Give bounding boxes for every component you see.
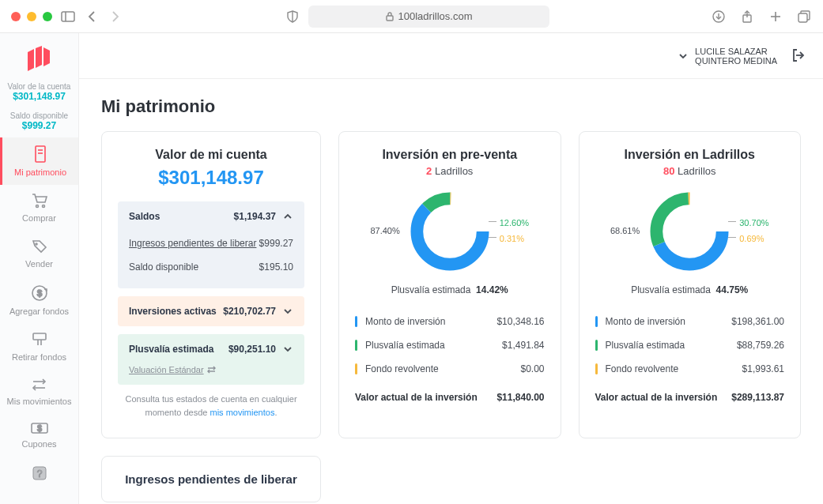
- refresh-icon[interactable]: [532, 9, 543, 23]
- page-title: Mi patrimonio: [101, 96, 801, 117]
- svg-rect-22: [33, 333, 46, 340]
- window-controls: [11, 12, 52, 21]
- svg-rect-14: [36, 146, 45, 162]
- svg-point-18: [42, 205, 44, 208]
- movements-link[interactable]: mis movimientos: [210, 408, 274, 417]
- nav-retirar-fondos[interactable]: Retirar fondos: [0, 324, 78, 370]
- sidebar: Valor de la cuenta $301,148.97 Saldo dis…: [0, 33, 79, 504]
- preventa-card: Inversión en pre-venta 2 Ladrillos 87.40…: [338, 131, 561, 438]
- svg-point-17: [36, 205, 38, 208]
- lock-icon: [386, 12, 394, 21]
- topbar: LUCILE SALAZAR QUINTERO MEDINA: [79, 33, 823, 79]
- svg-marker-11: [28, 49, 34, 71]
- svg-rect-0: [62, 12, 74, 21]
- nav-help[interactable]: ?: [0, 457, 78, 490]
- ladrillos-left-pct: 68.61%: [597, 224, 640, 239]
- nav-agregar-fondos[interactable]: $ Agregar fondos: [0, 276, 78, 324]
- back-icon[interactable]: [84, 9, 100, 24]
- nav-cupones[interactable]: $ Cupones: [0, 414, 78, 457]
- share-icon[interactable]: [739, 9, 755, 24]
- account-value-label: Valor de la cuenta: [3, 82, 75, 91]
- account-value: $301,148.97: [3, 91, 75, 102]
- user-name-1: LUCILE SALAZAR: [695, 47, 777, 56]
- main-area: LUCILE SALAZAR QUINTERO MEDINA Mi patrim…: [79, 33, 823, 504]
- sidebar-toggle-icon[interactable]: [60, 9, 76, 24]
- new-tab-icon[interactable]: [768, 9, 783, 24]
- svg-marker-12: [36, 46, 42, 68]
- ladrillos-donut-chart: [646, 188, 733, 275]
- tabs-icon[interactable]: [796, 9, 812, 24]
- preventa-title: Inversión en pre-venta: [355, 148, 545, 162]
- browser-toolbar: 100ladrillos.com: [0, 0, 823, 33]
- svg-text:?: ?: [36, 468, 42, 480]
- ladrillos-title: Inversión en Ladrillos: [595, 148, 785, 162]
- pending-income-title: Ingresos pendientes de liberar: [121, 472, 301, 486]
- chevron-down-icon: [678, 51, 689, 62]
- valuation-link[interactable]: Valuación Estándar: [129, 365, 217, 374]
- nav-vender[interactable]: Vender: [0, 231, 78, 276]
- accordion-plusvalia[interactable]: Plusvalía estimada $90,251.10 Valuación …: [118, 334, 304, 385]
- chevron-down-icon: [282, 344, 293, 355]
- svg-rect-3: [387, 16, 393, 21]
- account-value-card: Valor de mi cuenta $301,148.97 Saldos $1…: [101, 131, 321, 438]
- chevron-down-icon: [282, 306, 293, 317]
- user-menu[interactable]: LUCILE SALAZAR QUINTERO MEDINA: [678, 47, 777, 66]
- preventa-left-pct: 87.40%: [357, 224, 400, 239]
- url-text: 100ladrillos.com: [398, 10, 473, 22]
- ladrillos-card: Inversión en Ladrillos 80 Ladrillos 68.6…: [579, 131, 802, 438]
- shield-icon[interactable]: [285, 9, 300, 24]
- account-card-title: Valor de mi cuenta: [118, 148, 304, 162]
- nav-patrimonio[interactable]: Mi patrimonio: [0, 137, 78, 185]
- close-window-icon[interactable]: [11, 12, 21, 21]
- svg-point-19: [36, 243, 37, 245]
- logout-icon[interactable]: [791, 48, 806, 64]
- balance-label: Saldo disponible: [3, 111, 75, 120]
- nav-movimientos[interactable]: Mis movimientos: [0, 370, 78, 414]
- brand-logo[interactable]: [0, 46, 78, 71]
- svg-point-30: [417, 198, 482, 264]
- forward-icon[interactable]: [108, 9, 123, 24]
- svg-text:$: $: [36, 288, 41, 298]
- swap-icon: [207, 366, 217, 374]
- chevron-up-icon: [282, 211, 293, 222]
- balance-value: $999.27: [3, 120, 75, 131]
- maximize-window-icon[interactable]: [43, 12, 52, 21]
- svg-text:$: $: [37, 424, 42, 433]
- address-bar[interactable]: 100ladrillos.com: [308, 6, 550, 28]
- nav-comprar[interactable]: Comprar: [0, 185, 78, 231]
- preventa-donut-chart: [406, 188, 493, 275]
- svg-marker-13: [43, 47, 50, 66]
- account-footnote: Consulta tus estados de cuenta en cualqu…: [118, 393, 304, 419]
- accordion-inversiones[interactable]: Inversiones activas $210,702.77: [118, 296, 304, 326]
- pending-income-card: Ingresos pendientes de liberar: [101, 456, 321, 502]
- download-icon[interactable]: [711, 9, 727, 24]
- minimize-window-icon[interactable]: [27, 12, 36, 21]
- svg-rect-10: [798, 13, 807, 22]
- accordion-saldos[interactable]: Saldos $1,194.37 Ingresos pendientes de …: [118, 201, 304, 288]
- account-card-value: $301,148.97: [118, 167, 304, 189]
- user-name-2: QUINTERO MEDINA: [695, 56, 777, 66]
